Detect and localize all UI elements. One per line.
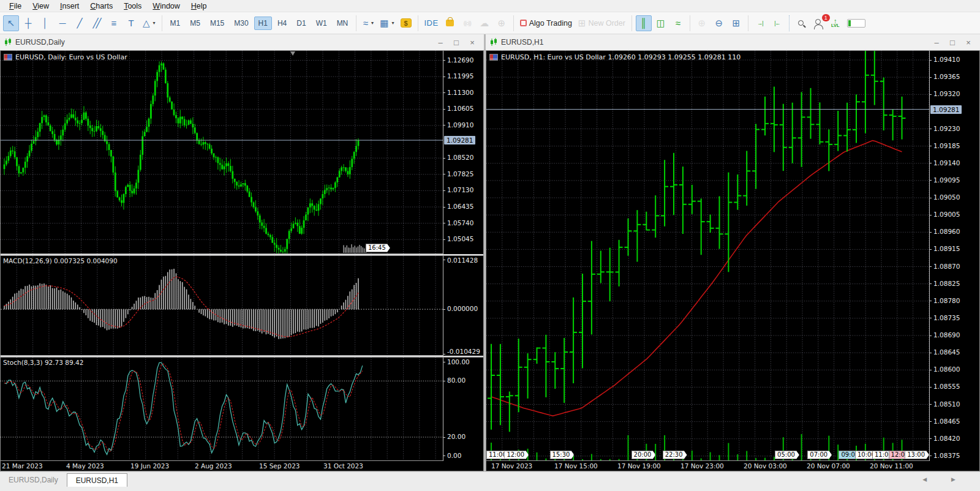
price-axis-daily[interactable]: 1.126901.119951.113001.106051.099101.085… (443, 51, 481, 254)
timeframe-mn[interactable]: MN (333, 17, 353, 30)
date-axis-h1[interactable]: 17 Nov 202317 Nov 15:0017 Nov 19:0017 No… (486, 461, 979, 471)
tab-scroll-left-icon[interactable]: ◀ (922, 476, 927, 482)
news-time-flag[interactable]: 13:00 (905, 451, 929, 459)
signals-button[interactable]: ((o)) (459, 15, 475, 31)
menu-tools[interactable]: Tools (118, 1, 147, 11)
menu-charts[interactable]: Charts (85, 1, 118, 11)
line-chart-mode-button[interactable]: ≈ (670, 15, 686, 31)
axis-tick (443, 207, 445, 208)
window-titlebar[interactable]: EURUSD,Daily – □ × (0, 34, 484, 50)
axis-tick-label: 1.07825 (447, 170, 473, 178)
chart-tab-bar: EURUSD,DailyEURUSD,H1◀▶ (0, 471, 980, 491)
menu-window[interactable]: Window (147, 1, 185, 11)
timeframe-h4[interactable]: H4 (273, 17, 291, 30)
tab-eurusd-h1[interactable]: EURUSD,H1 (67, 473, 127, 487)
shapes-tool[interactable]: △▾ (140, 15, 158, 31)
menu-view[interactable]: View (27, 1, 55, 11)
timeframe-w1[interactable]: W1 (312, 17, 331, 30)
macd-plot[interactable]: MACD(12,26,9) 0.007325 0.004090 (1, 256, 443, 356)
timeframe-m15[interactable]: M15 (206, 17, 228, 30)
zoomin-icon: ⊕ (698, 18, 706, 29)
minimize-icon[interactable]: – (929, 38, 944, 47)
toolbar-separator (748, 15, 748, 31)
price-plot-h1[interactable]: EURUSD, H1: Euro vs US Dollar 1.09260 1.… (486, 51, 929, 461)
bar-chart-mode-button[interactable]: ║ (636, 15, 652, 31)
crosshair-tool[interactable]: ┼ (20, 15, 36, 31)
axis-tick (930, 146, 932, 146)
menu-help[interactable]: Help (186, 1, 213, 11)
chart-area-h1[interactable]: EURUSD, H1: Euro vs US Dollar 1.09260 1.… (486, 50, 980, 471)
cursor-tool[interactable]: ↖ (3, 15, 19, 31)
news-time-flag[interactable]: 15:30 (550, 451, 575, 459)
minimize-icon[interactable]: – (432, 38, 448, 47)
maximize-icon[interactable]: □ (944, 38, 960, 47)
stoch-plot[interactable]: Stoch(8,3,3) 92.73 89.42 (1, 358, 443, 461)
news-time-flag[interactable]: 05:00 (775, 451, 799, 459)
close-icon[interactable]: × (464, 38, 480, 47)
zoom-out-button[interactable]: ⊖ (711, 15, 727, 31)
news-time-flag[interactable]: 20:00 (631, 451, 656, 459)
axis-tick (930, 163, 932, 163)
indicators-button[interactable]: ≈▾ (360, 15, 376, 31)
candlestick-mode-button[interactable]: ◫ (653, 15, 669, 31)
trendline-tool[interactable]: ╱ (72, 15, 88, 31)
ide-button[interactable]: IDE (422, 15, 441, 31)
horizontal-line-tool[interactable]: ─ (55, 15, 70, 31)
axis-tick (930, 283, 932, 284)
news-time-flag[interactable]: 22:30 (663, 451, 687, 459)
text-tool[interactable]: T (123, 15, 139, 31)
quotes-button[interactable]: $ (398, 15, 414, 31)
tile-windows-button[interactable]: ⊞ (728, 15, 744, 31)
channel-tool[interactable]: ╱╱ (89, 15, 105, 31)
levels-button[interactable]: ↑LVL (827, 15, 843, 31)
shift-end-button[interactable]: →| (752, 15, 768, 31)
axis-tick (443, 92, 445, 93)
chart-area-daily[interactable]: EURUSD, Daily: Euro vs US Dollar 16:45 1… (0, 50, 484, 471)
timeframe-m1[interactable]: M1 (166, 17, 185, 30)
maximize-icon[interactable]: □ (448, 38, 464, 47)
axis-tick (930, 180, 932, 181)
battery-icon (847, 19, 865, 28)
zoom-in-button[interactable]: ⊕ (694, 15, 710, 31)
algo-trading-button[interactable]: Algo Trading (518, 15, 575, 31)
stoch-axis[interactable]: 100.0080.0020.000.00 (443, 358, 481, 461)
price-axis-h1[interactable]: 1.094101.093651.093201.092301.091851.091… (929, 51, 978, 461)
timeframe-m5[interactable]: M5 (186, 17, 205, 30)
auto-shift-button[interactable]: |← (769, 15, 785, 31)
axis-tick (930, 370, 932, 370)
timeframe-m30[interactable]: M30 (230, 17, 252, 30)
notifications-button[interactable]: 1 (810, 15, 826, 31)
timeframe-h1[interactable]: H1 (254, 17, 272, 30)
axis-tick (443, 125, 445, 126)
date-label: 20 Nov 11:00 (870, 462, 913, 470)
macd-axis[interactable]: 0.0114280.000000-0.010429 (443, 256, 481, 356)
new-order-button[interactable]: ⊞New Order (576, 15, 628, 31)
stoch-label: Stoch(8,3,3) 92.73 89.42 (3, 359, 83, 366)
algo-trading-button-label: Algo Trading (529, 19, 572, 28)
tab-eurusd-daily[interactable]: EURUSD,Daily (0, 473, 67, 487)
news-time-flag[interactable]: 07:00 (807, 451, 832, 459)
toolbar: ↖┼│─╱╱╱≡T△▾M1M5M15M30H1H4D1W1MN≈▾▦▾$IDE(… (0, 12, 980, 34)
timeframe-d1[interactable]: D1 (292, 17, 310, 30)
battery-indicator[interactable] (845, 15, 868, 31)
price-plot-daily[interactable]: EURUSD, Daily: Euro vs US Dollar 16:45 (1, 51, 443, 254)
date-label: 17 Nov 23:00 (680, 462, 724, 470)
market-button[interactable] (442, 15, 458, 31)
fibonacci-tool[interactable]: ≡ (106, 15, 122, 31)
menu-insert[interactable]: Insert (55, 1, 85, 11)
menu-file[interactable]: File (4, 1, 27, 11)
window-titlebar[interactable]: EURUSD,H1 – □ × (486, 34, 980, 50)
cloud-button[interactable]: ☁ (477, 15, 492, 31)
tab-scroll-right-icon[interactable]: ▶ (951, 476, 956, 482)
search-button[interactable] (793, 15, 809, 31)
vertical-line-tool[interactable]: │ (37, 15, 53, 31)
axis-tick-label: 1.09185 (933, 142, 960, 149)
date-axis-daily[interactable]: 21 Mar 20234 May 202319 Jun 20232 Aug 20… (1, 461, 483, 471)
close-icon[interactable]: × (960, 38, 976, 47)
market-watch-button[interactable]: ▦▾ (377, 15, 396, 31)
axis-tick (443, 223, 445, 223)
axis-tick-label: 0.00 (447, 452, 461, 459)
news-time-flag[interactable]: 12:00 (504, 451, 529, 459)
axis-tick-label: 1.12690 (447, 56, 473, 64)
community-button[interactable]: ⊕ (494, 15, 510, 31)
